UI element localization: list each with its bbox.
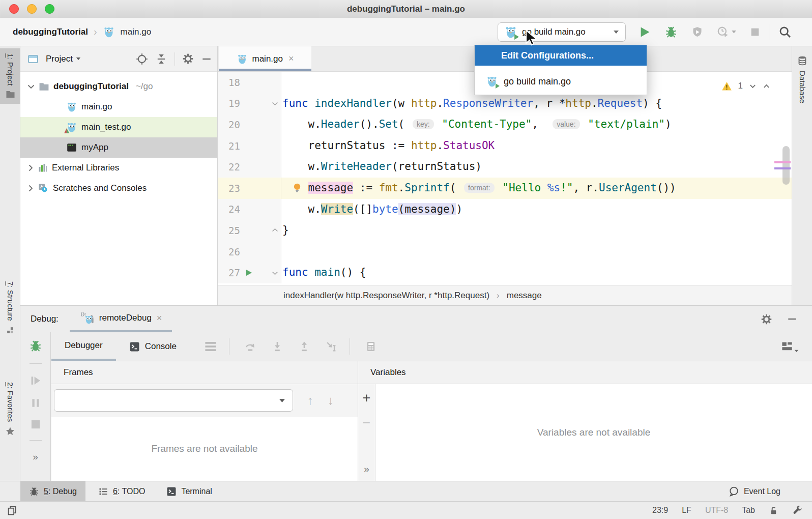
- step-out-icon[interactable]: [298, 340, 310, 353]
- project-panel-header: Project: [20, 46, 217, 72]
- intention-bulb-icon[interactable]: [292, 182, 303, 193]
- more-actions-icon[interactable]: »: [364, 464, 369, 475]
- prev-warning-icon[interactable]: [763, 82, 770, 90]
- caret-position[interactable]: 23:9: [652, 506, 668, 515]
- run-configuration-selector[interactable]: go build main.go: [498, 22, 626, 42]
- fold-marker-icon[interactable]: [272, 270, 278, 276]
- toolwindow-tab-debug[interactable]: 5: Debug: [20, 481, 85, 501]
- tree-row-main-go[interactable]: main.go: [20, 97, 217, 117]
- stop-button[interactable]: [31, 419, 41, 429]
- toolwindow-switcher-icon[interactable]: [7, 505, 18, 516]
- tree-row-project-root[interactable]: debuggingTutorial ~/go: [20, 76, 217, 97]
- more-actions-icon[interactable]: »: [33, 451, 38, 463]
- breadcrumb-project[interactable]: debuggingTutorial: [13, 27, 88, 37]
- warning-count[interactable]: 1: [738, 81, 743, 91]
- remove-watch-icon[interactable]: −: [363, 416, 371, 430]
- code-line-25[interactable]: 25}: [218, 220, 792, 241]
- variables-side-toolbar: + − »: [358, 384, 375, 481]
- code-line-20[interactable]: 20 w.Header().Set( key: "Content-Type", …: [218, 114, 792, 135]
- breadcrumb-file[interactable]: main.go: [121, 27, 151, 37]
- gear-icon[interactable]: [761, 313, 772, 325]
- breadcrumb-function[interactable]: indexHandler(w http.ResponseWriter, r *h…: [283, 291, 489, 301]
- frame-down-icon[interactable]: ↓: [328, 393, 334, 408]
- run-with-coverage-button[interactable]: [691, 26, 703, 38]
- frames-header: Frames: [51, 361, 358, 384]
- layout-options-icon[interactable]: [205, 341, 217, 352]
- tree-row-external-libraries[interactable]: External Libraries: [20, 158, 217, 178]
- code-line-24[interactable]: 24 w.Write([]byte(message)): [218, 199, 792, 220]
- variables-panel: Variables + − » Variables are not availa…: [358, 361, 812, 481]
- breadcrumb-element[interactable]: message: [507, 291, 542, 301]
- editor-tab-main-go[interactable]: main.go ×: [219, 46, 311, 71]
- menu-item-go-build[interactable]: go build main.go: [475, 71, 647, 92]
- sidebar-item-database[interactable]: Database: [792, 50, 812, 108]
- fold-marker-icon[interactable]: [272, 100, 278, 107]
- project-view-selector[interactable]: Project: [46, 54, 81, 64]
- tree-row-scratches[interactable]: Scratches and Consoles: [20, 178, 217, 198]
- sidebar-item-project[interactable]: 1: Project: [0, 48, 20, 104]
- code-editor[interactable]: 1 1819func indexHandler(w http.ResponseW…: [218, 72, 792, 285]
- pause-button[interactable]: [30, 397, 41, 409]
- code-line-21[interactable]: 21 returnStatus := http.StatusOK: [218, 135, 792, 157]
- sidebar-item-favorites[interactable]: 2: Favorites: [0, 377, 20, 441]
- add-watch-icon[interactable]: +: [363, 391, 371, 405]
- code-line-23[interactable]: 23 message := fmt.Sprintf( format: "Hell…: [218, 178, 792, 199]
- fold-marker-icon[interactable]: [272, 227, 278, 234]
- code-line-27[interactable]: 27func main() {: [218, 262, 792, 283]
- run-config-gopher-icon: [504, 25, 517, 39]
- toolwindow-tab-todo[interactable]: 6: TODO: [90, 481, 154, 501]
- debug-button[interactable]: [664, 25, 678, 39]
- locate-file-icon[interactable]: [136, 53, 148, 65]
- chevron-collapsed-icon[interactable]: [28, 164, 34, 171]
- line-ending[interactable]: LF: [682, 506, 691, 515]
- sidebar-item-structure[interactable]: 7: Structure: [0, 276, 20, 340]
- lock-icon[interactable]: [769, 506, 778, 515]
- variables-empty-message: Variables are not available: [375, 384, 812, 481]
- project-tree: debuggingTutorial ~/go main.go main_test…: [20, 72, 217, 198]
- run-to-cursor-icon[interactable]: [325, 340, 337, 353]
- tree-row-myapp[interactable]: myApp: [20, 137, 217, 158]
- step-into-icon[interactable]: [271, 340, 283, 353]
- variables-header: Variables: [358, 361, 812, 384]
- chevron-collapsed-icon[interactable]: [28, 185, 34, 192]
- wrench-icon[interactable]: [792, 505, 803, 516]
- collapse-all-icon[interactable]: [155, 53, 167, 65]
- debug-session-tab[interactable]: remoteDebug ×: [70, 306, 172, 332]
- search-everywhere-icon[interactable]: [778, 25, 792, 39]
- indent-style[interactable]: Tab: [742, 506, 755, 515]
- evaluate-expression-icon[interactable]: [365, 340, 377, 353]
- close-tab-icon[interactable]: ×: [288, 53, 294, 64]
- next-warning-icon[interactable]: [749, 82, 757, 90]
- debug-left-toolbar: »: [20, 332, 51, 481]
- run-button[interactable]: [640, 26, 651, 38]
- tab-console[interactable]: Console: [116, 332, 190, 361]
- menu-item-edit-configurations[interactable]: Edit Configurations...: [475, 45, 647, 66]
- event-log-button[interactable]: Event Log: [728, 486, 812, 497]
- status-widgets: 23:9 LF UTF-8 Tab: [652, 505, 803, 516]
- resume-button[interactable]: [30, 374, 42, 387]
- tab-label: 6: TODO: [113, 487, 145, 496]
- tab-debugger[interactable]: Debugger: [51, 332, 116, 361]
- editor-scrollbar[interactable]: [782, 146, 790, 185]
- code-line-26[interactable]: 26: [218, 241, 792, 263]
- thread-selector[interactable]: [54, 389, 293, 412]
- menu-item-go-build-label: go build main.go: [504, 76, 571, 87]
- gear-icon[interactable]: [182, 53, 194, 65]
- tree-row-main-test-go[interactable]: main_test.go: [20, 117, 217, 137]
- toolwindow-tab-terminal[interactable]: Terminal: [158, 481, 220, 501]
- chevron-expanded-icon[interactable]: [27, 84, 35, 89]
- step-over-icon[interactable]: [244, 340, 256, 353]
- stop-button[interactable]: [750, 27, 760, 37]
- tree-label: debuggingTutorial: [53, 81, 129, 92]
- code-line-19[interactable]: 19func indexHandler(w http.ResponseWrite…: [218, 93, 792, 114]
- frame-up-icon[interactable]: ↑: [307, 393, 313, 408]
- warning-icon[interactable]: [721, 81, 732, 91]
- code-line-22[interactable]: 22 w.WriteHeader(returnStatus): [218, 156, 792, 178]
- hide-panel-icon[interactable]: [787, 313, 798, 325]
- restore-layout-icon[interactable]: [781, 340, 799, 353]
- close-session-icon[interactable]: ×: [157, 313, 162, 324]
- file-encoding[interactable]: UTF-8: [705, 506, 728, 515]
- hide-panel-icon[interactable]: [201, 53, 212, 65]
- run-main-icon[interactable]: [245, 269, 253, 277]
- profiler-button[interactable]: [717, 26, 737, 38]
